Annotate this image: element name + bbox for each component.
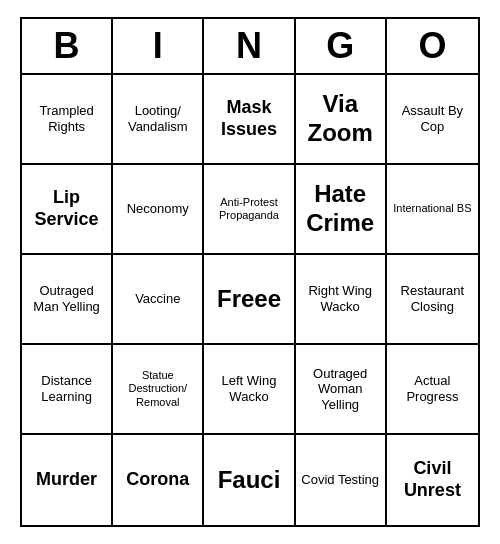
bingo-cell-0: Trampled Rights bbox=[22, 75, 113, 165]
bingo-grid: Trampled RightsLooting/ VandalismMask Is… bbox=[22, 75, 478, 525]
header-letter-G: G bbox=[296, 19, 387, 73]
bingo-cell-9: International BS bbox=[387, 165, 478, 255]
header-letter-O: O bbox=[387, 19, 478, 73]
bingo-cell-4: Assault By Cop bbox=[387, 75, 478, 165]
bingo-cell-7: Anti-Protest Propaganda bbox=[204, 165, 295, 255]
bingo-cell-17: Left Wing Wacko bbox=[204, 345, 295, 435]
bingo-cell-11: Vaccine bbox=[113, 255, 204, 345]
header-letter-I: I bbox=[113, 19, 204, 73]
bingo-cell-13: Right Wing Wacko bbox=[296, 255, 387, 345]
bingo-cell-19: Actual Progress bbox=[387, 345, 478, 435]
bingo-cell-23: Covid Testing bbox=[296, 435, 387, 525]
bingo-cell-16: Statue Destruction/ Removal bbox=[113, 345, 204, 435]
bingo-cell-14: Restaurant Closing bbox=[387, 255, 478, 345]
bingo-cell-1: Looting/ Vandalism bbox=[113, 75, 204, 165]
bingo-cell-10: Outraged Man Yelling bbox=[22, 255, 113, 345]
bingo-cell-8: Hate Crime bbox=[296, 165, 387, 255]
bingo-cell-12: Freee bbox=[204, 255, 295, 345]
bingo-cell-18: Outraged Woman Yelling bbox=[296, 345, 387, 435]
bingo-header: BINGO bbox=[22, 19, 478, 75]
bingo-cell-3: Via Zoom bbox=[296, 75, 387, 165]
bingo-cell-20: Murder bbox=[22, 435, 113, 525]
bingo-cell-24: Civil Unrest bbox=[387, 435, 478, 525]
bingo-cell-6: Neconomy bbox=[113, 165, 204, 255]
bingo-cell-21: Corona bbox=[113, 435, 204, 525]
bingo-cell-15: Distance Learning bbox=[22, 345, 113, 435]
header-letter-N: N bbox=[204, 19, 295, 73]
bingo-cell-5: Lip Service bbox=[22, 165, 113, 255]
bingo-cell-22: Fauci bbox=[204, 435, 295, 525]
header-letter-B: B bbox=[22, 19, 113, 73]
bingo-cell-2: Mask Issues bbox=[204, 75, 295, 165]
bingo-card: BINGO Trampled RightsLooting/ VandalismM… bbox=[20, 17, 480, 527]
